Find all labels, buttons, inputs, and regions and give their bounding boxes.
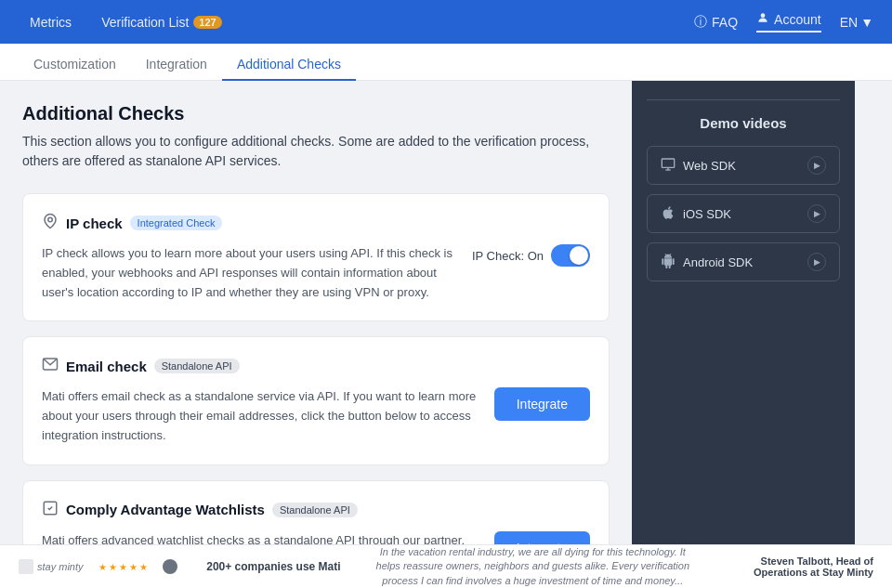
lang-selector[interactable]: EN ▼ [840,15,873,30]
info-circle-icon: ⓘ [694,14,707,31]
header: Metrics Verification List 127 ⓘ FAQ Acco… [0,0,892,44]
svg-point-1 [48,217,53,222]
web-sdk-play-icon: ▶ [807,156,826,175]
android-sdk-play-icon: ▶ [807,253,826,271]
svg-rect-4 [662,159,674,167]
sdk-ios[interactable]: iOS SDK ▶ [647,194,840,233]
email-check-header: Email check Standalone API [42,356,590,376]
comply-badge: Standalone API [272,503,358,517]
email-check-card: Email check Standalone API Mati offers e… [22,336,610,464]
cupocor-icon [163,559,177,574]
account-label: Account [774,12,821,27]
sdk-web[interactable]: Web SDK ▶ [647,146,840,185]
header-nav: Metrics Verification List 127 [19,0,694,44]
ip-check-title: IP check [66,216,123,231]
tabs-bar: Customization Integration Additional Che… [0,44,892,81]
email-check-badge: Standalone API [154,359,240,373]
tab-integration[interactable]: Integration [131,49,222,81]
header-right: ⓘ FAQ Account EN ▼ [694,11,873,33]
email-check-title: Email check [66,359,147,374]
sidebar-divider [647,99,840,100]
email-integrate-button[interactable]: Integrate [494,387,590,421]
ip-check-badge: Integrated Check [130,216,223,230]
ip-check-text: IP check allows you to learn more about … [42,244,457,302]
sidebar: Demo videos Web SDK ▶ iOS SDK ▶ [632,81,855,588]
account-link[interactable]: Account [756,11,821,33]
svg-point-0 [761,13,766,18]
cupocor-logo [163,559,177,574]
demo-videos-title: Demo videos [647,115,840,131]
stay-minty-text: stay minty [37,561,84,572]
ip-check-toggle[interactable] [551,244,590,267]
comply-header: Comply Advantage Watchlists Standalone A… [42,500,590,520]
ip-check-card: IP check Integrated Check IP check allow… [22,193,610,321]
nav-metrics[interactable]: Metrics [19,0,83,44]
apple-icon [661,205,676,223]
ios-sdk-play-icon: ▶ [807,204,826,223]
toggle-knob [570,246,588,265]
ip-check-header: IP check Integrated Check [42,213,590,233]
faq-link[interactable]: ⓘ FAQ [694,14,738,31]
location-pin-icon [42,213,59,233]
email-check-text: Mati offers email check as a standalone … [42,387,479,445]
content-area: Additional Checks This section allows yo… [0,81,632,588]
lang-label: EN [840,15,858,30]
stay-minty-icon [19,559,33,574]
footer-author: Steven Talbott, Head of Operations at St… [725,555,873,578]
ios-sdk-label: iOS SDK [683,207,731,221]
ip-check-toggle-container: IP Check: On [472,244,590,267]
nav-verification-list[interactable]: Verification List 127 [90,0,233,44]
chevron-down-icon: ▼ [860,15,873,30]
nav-verification-label: Verification List [101,15,189,30]
user-icon [756,11,769,27]
email-check-action: Integrate [494,387,590,421]
email-check-body: Mati offers email check as a standalone … [42,387,590,445]
ip-check-body: IP check allows you to learn more about … [42,244,590,302]
main-layout: Additional Checks This section allows yo… [0,81,892,588]
star-2: ★ [109,562,117,572]
rating-stars: ★ ★ ★ ★ ★ [98,562,148,572]
checklist-icon [42,500,59,520]
star-3: ★ [119,562,127,572]
verification-badge: 127 [193,16,221,29]
nav-metrics-label: Metrics [30,15,72,30]
monitor-icon [661,157,676,175]
star-5: ★ [139,562,148,572]
stay-minty-logo: stay minty [19,559,84,574]
web-sdk-label: Web SDK [683,159,736,173]
tab-customization[interactable]: Customization [19,49,131,81]
comply-title: Comply Advantage Watchlists [66,502,265,517]
sdk-web-left: Web SDK [661,157,736,175]
star-1: ★ [98,562,107,572]
footer-quote: In the vacation rental industry, we are … [370,545,695,588]
page-description: This section allows you to configure add… [22,132,610,171]
sdk-ios-left: iOS SDK [661,205,731,223]
sdk-android[interactable]: Android SDK ▶ [647,242,840,281]
sdk-android-left: Android SDK [661,254,753,271]
companies-count: 200+ companies use Mati [206,560,340,573]
android-sdk-label: Android SDK [683,255,753,269]
footer-logos: stay minty ★ ★ ★ ★ ★ [19,559,177,574]
footer: stay minty ★ ★ ★ ★ ★ 200+ companies use … [0,544,892,588]
android-icon [661,254,676,271]
ip-check-toggle-label: IP Check: On [472,249,544,263]
email-icon [42,356,59,376]
page-title: Additional Checks [22,103,610,124]
tab-additional-checks[interactable]: Additional Checks [222,49,356,81]
faq-label: FAQ [712,15,738,30]
ip-check-action: IP Check: On [472,244,590,267]
footer-center: 200+ companies use Mati [206,560,340,573]
star-4: ★ [129,562,138,572]
